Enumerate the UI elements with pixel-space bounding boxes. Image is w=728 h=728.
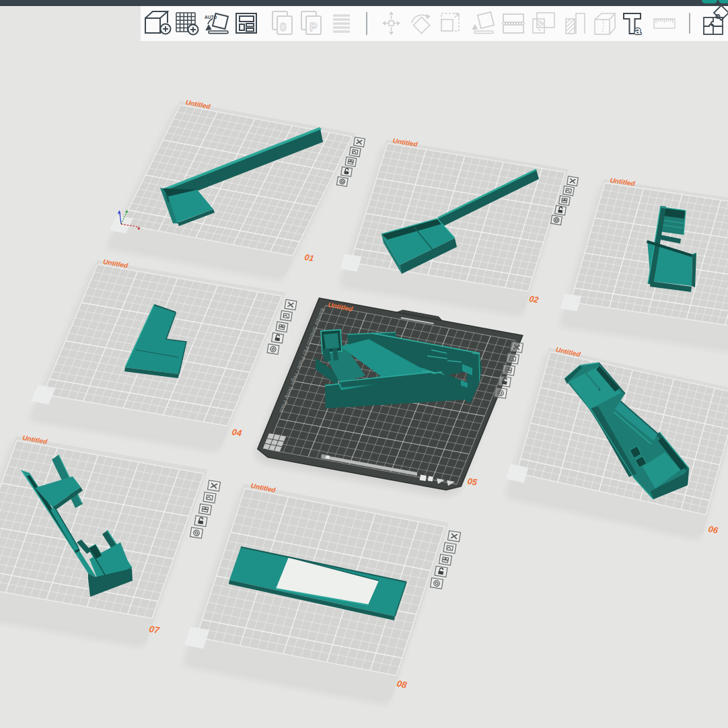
- svg-text:02: 02: [529, 294, 540, 305]
- svg-text:a: a: [634, 24, 641, 37]
- svg-text:P: P: [310, 21, 317, 34]
- svg-text:01: 01: [303, 252, 314, 263]
- svg-text:AUTO: AUTO: [205, 15, 217, 20]
- svg-text:0: 0: [280, 21, 286, 34]
